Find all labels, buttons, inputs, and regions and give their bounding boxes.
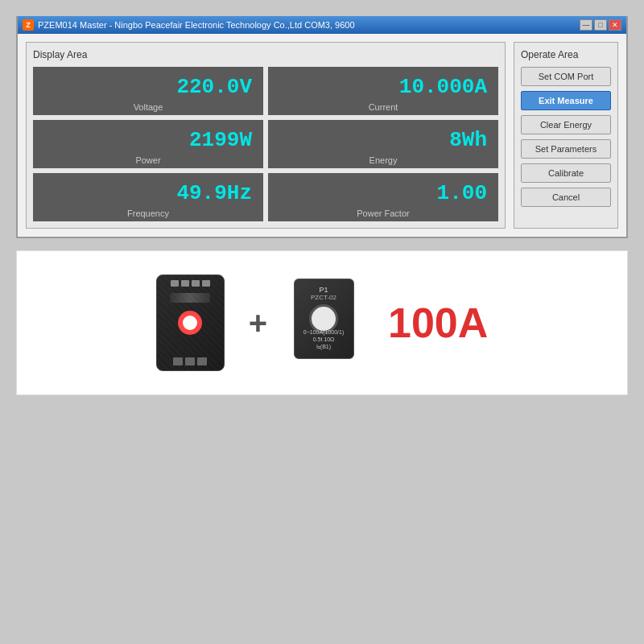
energy-cell: 8Wh Energy — [268, 120, 498, 168]
bottom-connector-1 — [173, 357, 183, 365]
powerfactor-label: Power Factor — [357, 208, 409, 218]
operate-area: Operate Area Set COM Port Exit Measure C… — [514, 42, 618, 229]
ct-label-area: 0~100A(1000/1) 0.5t 10Ω I₂(B1) — [303, 328, 344, 350]
main-device — [156, 275, 225, 371]
power-cell: 2199W Power — [33, 120, 263, 168]
window-title: PZEM014 Master - Ningbo Peacefair Electr… — [38, 20, 355, 30]
metrics-grid: 220.0V Voltage 10.000A Current 2199W Pow… — [33, 67, 498, 221]
powerfactor-value: 1.00 — [275, 181, 492, 205]
frequency-label: Frequency — [127, 208, 169, 218]
close-button[interactable]: ✕ — [609, 19, 621, 31]
powerfactor-cell: 1.00 Power Factor — [268, 173, 498, 221]
set-parameters-button[interactable]: Set Parameters — [521, 139, 611, 159]
display-area-title: Display Area — [33, 49, 498, 60]
product-section: + P1 PZCT-02 0~100A(1000/1) 0.5t 10Ω I₂(… — [16, 250, 628, 395]
app-window: Z PZEM014 Master - Ningbo Peacefair Elec… — [16, 16, 628, 238]
current-label: Current — [369, 102, 398, 112]
plus-sign: + — [249, 305, 267, 341]
voltage-value: 220.0V — [39, 75, 257, 99]
power-label: Power — [135, 155, 160, 165]
current-value: 10.000A — [275, 75, 492, 99]
current-cell: 10.000A Current — [268, 67, 498, 115]
capacity-label: 100A — [388, 299, 488, 347]
app-icon: Z — [23, 19, 34, 31]
ct-spec3: I₂(B1) — [303, 343, 344, 350]
ct-label-p1: P1 — [311, 286, 336, 294]
voltage-label: Voltage — [134, 102, 163, 112]
ct-sensor: P1 PZCT-02 0~100A(1000/1) 0.5t 10Ω I₂(B1… — [291, 279, 356, 367]
operate-area-title: Operate Area — [521, 49, 611, 60]
power-value: 2199W — [39, 128, 257, 152]
cancel-button[interactable]: Cancel — [521, 188, 611, 207]
operate-buttons: Set COM Port Exit Measure Clear Energy S… — [521, 67, 611, 207]
window-controls: — □ ✕ — [580, 19, 621, 31]
ct-top-label: P1 PZCT-02 — [311, 286, 336, 301]
ct-label-model: PZCT-02 — [311, 294, 336, 301]
device-texture — [157, 275, 224, 370]
frequency-cell: 49.9Hz Frequency — [33, 173, 263, 221]
exit-measure-button[interactable]: Exit Measure — [521, 91, 611, 110]
clear-energy-button[interactable]: Clear Energy — [521, 115, 611, 134]
energy-value: 8Wh — [275, 128, 492, 152]
bottom-connectors — [173, 357, 207, 365]
ct-spec1: 0~100A(1000/1) — [303, 328, 344, 336]
title-bar-left: Z PZEM014 Master - Ningbo Peacefair Elec… — [23, 19, 355, 31]
frequency-value: 49.9Hz — [39, 181, 257, 205]
ct-spec2: 0.5t 10Ω — [303, 336, 344, 343]
title-bar: Z PZEM014 Master - Ningbo Peacefair Elec… — [18, 16, 626, 34]
bottom-connector-2 — [185, 357, 195, 365]
display-area: Display Area 220.0V Voltage 10.000A Curr… — [26, 42, 506, 229]
set-com-port-button[interactable]: Set COM Port — [521, 67, 611, 86]
app-body: Display Area 220.0V Voltage 10.000A Curr… — [18, 34, 626, 237]
bottom-connector-3 — [197, 357, 207, 365]
energy-label: Energy — [369, 155, 398, 165]
minimize-button[interactable]: — — [580, 19, 592, 31]
calibrate-button[interactable]: Calibrate — [521, 163, 611, 183]
ct-body: P1 PZCT-02 0~100A(1000/1) 0.5t 10Ω I₂(B1… — [294, 279, 354, 359]
maximize-button[interactable]: □ — [594, 19, 607, 31]
voltage-cell: 220.0V Voltage — [33, 67, 263, 115]
